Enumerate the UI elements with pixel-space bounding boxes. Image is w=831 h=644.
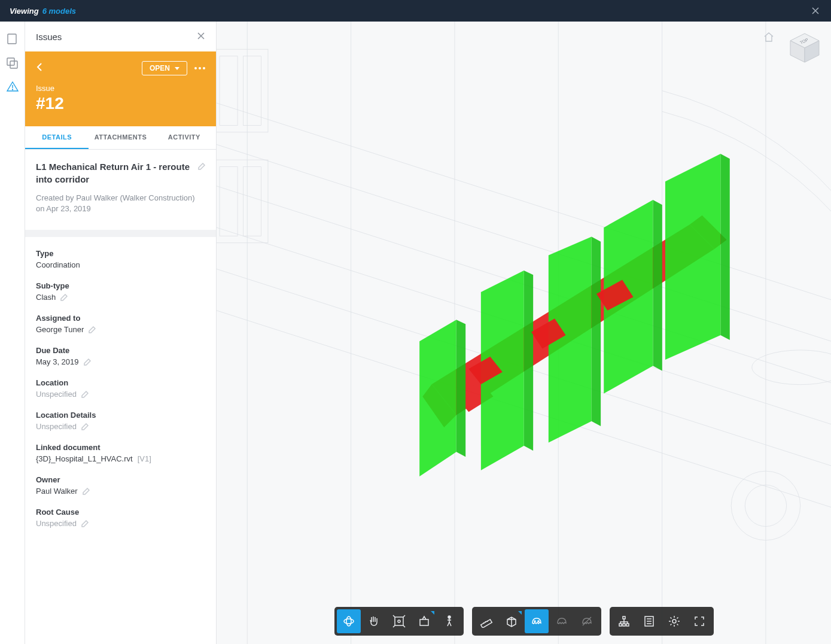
field-rootcause-value: Unspecified [36, 519, 77, 528]
svg-rect-0 [8, 34, 16, 44]
field-locdetails-label: Location Details [36, 411, 205, 420]
camera-button[interactable] [412, 609, 436, 633]
svg-rect-1 [7, 58, 14, 65]
svg-rect-40 [480, 619, 492, 628]
field-due-value: May 3, 2019 [36, 357, 79, 366]
svg-rect-5 [217, 49, 268, 132]
field-type-value: Coordination [36, 260, 205, 269]
field-type-label: Type [36, 249, 205, 258]
edit-location-button[interactable] [81, 391, 89, 398]
left-rail [0, 22, 25, 644]
edit-subtype-button[interactable] [60, 294, 68, 301]
panel-title: Issues [36, 32, 62, 42]
field-owner-value: Paul Walker [36, 487, 78, 496]
field-subtype-label: Sub-type [36, 281, 205, 290]
panel-tabs: DETAILS ATTACHMENTS ACTIVITY [25, 126, 216, 150]
viewcube[interactable]: TOP [787, 30, 823, 66]
svg-rect-10 [243, 167, 261, 236]
svg-point-41 [534, 621, 535, 622]
measure-button[interactable] [474, 609, 498, 633]
svg-point-13 [752, 350, 831, 385]
field-due-label: Due Date [36, 346, 205, 355]
edit-title-button[interactable] [198, 160, 205, 168]
field-linked-value[interactable]: {3D}_Hospital_L1_HVAC.rvt [36, 454, 133, 463]
issue-type-label: Issue [36, 84, 205, 93]
ghost-hidden-button[interactable] [550, 609, 574, 633]
viewer-toolbar [217, 607, 831, 636]
status-dropdown[interactable]: OPEN [142, 61, 187, 75]
field-location-label: Location [36, 378, 205, 387]
separator [25, 230, 216, 237]
viewport-3d[interactable]: TOP [217, 22, 831, 644]
svg-point-34 [344, 619, 354, 624]
svg-marker-22 [665, 154, 720, 360]
svg-marker-18 [419, 320, 456, 477]
close-viewer-button[interactable] [809, 5, 821, 17]
viewing-label: Viewing [10, 7, 39, 16]
properties-button[interactable] [637, 609, 661, 633]
issues-panel: Issues OPEN Issue #12 DETAILS ATTACHMENT… [25, 22, 217, 644]
section-button[interactable] [500, 609, 523, 633]
svg-rect-9 [220, 167, 238, 236]
svg-rect-8 [217, 160, 268, 243]
edit-locdetails-button[interactable] [81, 423, 89, 430]
toolgroup-settings [610, 607, 714, 636]
svg-rect-47 [626, 624, 629, 626]
orbit-button[interactable] [337, 609, 361, 633]
more-menu-button[interactable] [194, 67, 205, 69]
svg-marker-25 [591, 237, 600, 426]
svg-rect-46 [623, 624, 625, 626]
toolgroup-nav [334, 607, 464, 636]
field-location-value: Unspecified [36, 390, 77, 399]
svg-marker-26 [653, 200, 662, 371]
field-rootcause-label: Root Cause [36, 508, 205, 517]
ghost-off-button[interactable] [575, 609, 599, 633]
edit-owner-button[interactable] [83, 488, 90, 495]
rail-issues-icon[interactable] [6, 80, 19, 93]
home-icon[interactable] [763, 31, 775, 43]
rail-layers-icon[interactable] [6, 56, 19, 69]
issue-title: L1 Mechanical Return Air 1 - reroute int… [36, 160, 198, 186]
field-subtype-value: Clash [36, 293, 56, 302]
zoom-button[interactable] [387, 609, 411, 633]
tab-attachments[interactable]: ATTACHMENTS [89, 126, 152, 149]
field-linked-label: Linked document [36, 443, 205, 452]
tab-activity[interactable]: ACTIVITY [153, 126, 216, 149]
svg-point-37 [398, 620, 400, 622]
toolgroup-tools [472, 607, 601, 636]
ghost-button[interactable] [525, 609, 549, 633]
close-panel-button[interactable] [197, 32, 205, 42]
rail-sheet-icon[interactable] [6, 32, 19, 45]
back-button[interactable] [36, 62, 44, 74]
svg-rect-38 [420, 619, 428, 625]
svg-rect-7 [243, 56, 261, 126]
status-label: OPEN [150, 64, 170, 72]
svg-marker-23 [456, 320, 465, 457]
created-by: Created by Paul Walker (Walker Construct… [36, 193, 205, 214]
details-scroll[interactable]: L1 Mechanical Return Air 1 - reroute int… [25, 150, 216, 644]
clash-model [370, 59, 739, 525]
model-browser-button[interactable] [612, 609, 636, 633]
svg-point-39 [448, 616, 450, 618]
edit-rootcause-button[interactable] [81, 520, 89, 527]
fullscreen-button[interactable] [687, 609, 711, 633]
svg-point-42 [538, 621, 539, 622]
tab-details[interactable]: DETAILS [25, 126, 89, 149]
svg-rect-36 [395, 617, 403, 625]
field-assigned-label: Assigned to [36, 314, 205, 323]
field-owner-label: Owner [36, 475, 205, 484]
model-count[interactable]: 6 models [42, 7, 76, 16]
field-linked-version: [V1] [138, 454, 151, 463]
svg-marker-24 [523, 271, 532, 451]
settings-button[interactable] [662, 609, 686, 633]
pan-button[interactable] [362, 609, 386, 633]
walk-button[interactable] [437, 609, 461, 633]
svg-rect-2 [10, 61, 17, 68]
svg-point-35 [346, 616, 351, 626]
top-bar: Viewing 6 models [0, 0, 831, 22]
edit-assigned-button[interactable] [89, 326, 96, 333]
svg-point-4 [12, 89, 13, 90]
edit-due-button[interactable] [84, 359, 91, 366]
svg-point-52 [672, 619, 676, 623]
svg-marker-27 [720, 154, 729, 340]
